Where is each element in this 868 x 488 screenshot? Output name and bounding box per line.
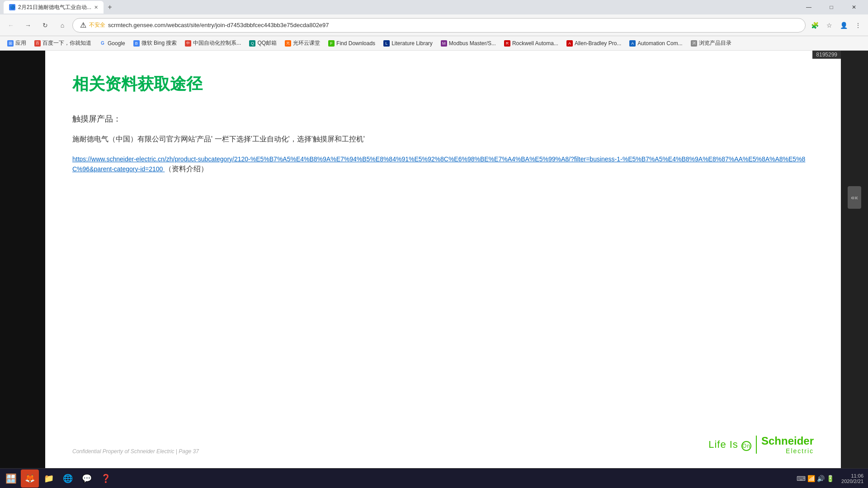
address-input[interactable]: ⚠ 不安全 scrmtech.gensee.com/webcast/site/e… xyxy=(72,18,806,33)
bookmark-browse[interactable]: 浏 浏览产品目录 xyxy=(687,38,735,48)
schneider-electric-text: Electric xyxy=(786,447,814,455)
collapse-button[interactable]: «« xyxy=(848,186,861,209)
browser-taskbar-icon: 🦊 xyxy=(25,474,35,483)
bookmark-guanghuan[interactable]: 光 光环云课堂 xyxy=(281,38,324,48)
taskbar-clock[interactable]: 11:06 2020/2/21 xyxy=(839,473,866,484)
bookmark-apps[interactable]: ⊞ 应用 xyxy=(4,38,30,48)
active-tab[interactable]: 🔵 2月21日施耐德电气工业自动... ✕ xyxy=(4,1,104,14)
url-text: scrmtech.gensee.com/webcast/site/entry/j… xyxy=(108,22,329,28)
clock-date: 2020/2/21 xyxy=(841,479,863,484)
browse-icon: 浏 xyxy=(691,40,697,47)
link-note: （资料介绍） xyxy=(165,165,208,173)
schneider-logo: Schneider Electric xyxy=(761,435,814,455)
find-downloads-icon: F xyxy=(328,40,335,47)
title-bar: 🔵 2月21日施耐德电气工业自动... ✕ + — □ ✕ xyxy=(0,0,868,14)
bookmark-zhongzi[interactable]: 中 中国自动化控制系... xyxy=(181,38,245,48)
brand-divider xyxy=(756,436,757,454)
bookmark-browse-label: 浏览产品目录 xyxy=(699,39,731,47)
tab-favicon: 🔵 xyxy=(9,4,15,10)
bookmark-rockwell[interactable]: R Rockwell Automa... xyxy=(500,39,562,47)
webpage: 8195299 相关资料获取途径 触摸屏产品： 施耐德电气（中国）有限公司官方网… xyxy=(45,51,841,468)
bookmark-literature[interactable]: L Literature Library xyxy=(380,39,436,47)
tab-label: 2月21日施耐德电气工业自动... xyxy=(18,4,91,11)
extensions-icon[interactable]: 🧩 xyxy=(808,19,821,32)
new-tab-button[interactable]: + xyxy=(104,1,116,14)
bookmark-allen[interactable]: A Allen-Bradley Pro... xyxy=(563,39,625,47)
bookmark-modbus[interactable]: M Modbus Master/S... xyxy=(437,39,500,47)
bookmark-guanghuan-label: 光环云课堂 xyxy=(293,39,320,47)
menu-icon[interactable]: ⋮ xyxy=(852,19,864,32)
slide-footer: Confidential Property of Schneider Elect… xyxy=(72,435,814,455)
bookmark-find-downloads[interactable]: F Find Downloads xyxy=(325,39,379,47)
bookmark-literature-label: Literature Library xyxy=(392,40,433,47)
literature-icon: L xyxy=(383,40,390,47)
taskbar-browser-item[interactable]: 🦊 xyxy=(21,469,39,488)
section-label: 触摸屏产品： xyxy=(72,113,814,124)
security-label: 不安全 xyxy=(89,21,105,29)
taskbar-explorer-item[interactable]: 📁 xyxy=(40,469,58,488)
security-icon: ⚠ xyxy=(80,21,86,29)
bookmarks-bar: ⊞ 应用 百 百度一下，你就知道 G Google B 微软 Bing 搜索 中… xyxy=(0,36,868,51)
minimize-button[interactable]: — xyxy=(798,0,819,14)
clock-time: 11:06 xyxy=(851,473,863,479)
bookmark-google[interactable]: G Google xyxy=(96,39,129,47)
bookmark-baidu[interactable]: 百 百度一下，你就知道 xyxy=(31,38,95,48)
tab-bar: 🔵 2月21日施耐德电气工业自动... ✕ + xyxy=(4,1,798,14)
baidu-icon: 百 xyxy=(34,40,41,47)
browser-window: 🔵 2月21日施耐德电气工业自动... ✕ + — □ ✕ ← → ↻ ⌂ ⚠ … xyxy=(0,0,868,488)
footer-copyright: Confidential Property of Schneider Elect… xyxy=(72,448,199,455)
tray-network-icon[interactable]: 📶 xyxy=(807,475,815,482)
google-icon: G xyxy=(99,40,106,47)
bookmark-star-icon[interactable]: ☆ xyxy=(823,19,835,32)
tray-battery-icon[interactable]: 🔋 xyxy=(826,475,834,482)
bookmark-google-label: Google xyxy=(108,40,125,47)
taskbar-chat-item[interactable]: 💬 xyxy=(78,469,96,488)
back-button[interactable]: ← xyxy=(4,18,18,33)
schneider-name: Schneider xyxy=(761,435,814,447)
bookmark-allen-label: Allen-Bradley Pro... xyxy=(575,40,621,47)
user-icon[interactable]: 👤 xyxy=(837,19,850,32)
taskbar-ie-item[interactable]: 🌐 xyxy=(59,469,77,488)
bookmark-rockwell-label: Rockwell Automa... xyxy=(512,40,558,47)
home-button[interactable]: ⌂ xyxy=(55,18,70,33)
close-button[interactable]: ✕ xyxy=(844,0,864,14)
bookmark-qqmail-label: QQ邮箱 xyxy=(257,39,277,47)
automation-icon: A xyxy=(629,40,636,47)
bookmark-zhongzi-label: 中国自动化控制系... xyxy=(193,39,241,47)
window-controls: — □ ✕ xyxy=(798,0,864,14)
forward-button[interactable]: → xyxy=(21,18,35,33)
slide-title: 相关资料获取途径 xyxy=(72,73,814,95)
tray-keyboard-icon[interactable]: ⌨ xyxy=(797,475,806,482)
help-icon: ❓ xyxy=(101,474,111,483)
bookmark-qqmail[interactable]: Q QQ邮箱 xyxy=(245,38,280,48)
modbus-icon: M xyxy=(441,40,447,47)
tray-sound-icon[interactable]: 🔊 xyxy=(817,475,825,482)
bookmark-apps-label: 应用 xyxy=(15,39,26,47)
bookmark-automation-label: Automation Com... xyxy=(637,40,682,47)
footer-brand-area: Life Is On Schneider Electric xyxy=(708,435,814,455)
bing-icon: B xyxy=(133,40,140,47)
bookmark-bing-label: 微软 Bing 搜索 xyxy=(142,39,177,47)
maximize-button[interactable]: □ xyxy=(821,0,842,14)
rockwell-icon: R xyxy=(504,40,510,47)
right-panel: «« xyxy=(841,51,868,468)
apps-icon: ⊞ xyxy=(7,40,14,47)
system-tray: ⌨ 📶 🔊 🔋 xyxy=(793,475,838,482)
ie-icon: 🌐 xyxy=(63,474,73,483)
explorer-icon: 📁 xyxy=(44,474,54,483)
zhongzi-icon: 中 xyxy=(185,40,191,47)
address-bar: ← → ↻ ⌂ ⚠ 不安全 scrmtech.gensee.com/webcas… xyxy=(0,14,868,36)
tab-close-button[interactable]: ✕ xyxy=(94,5,98,10)
taskbar: 🪟 🦊 📁 🌐 💬 ❓ ⌨ 📶 🔊 🔋 11:06 2020/2/21 xyxy=(0,468,868,488)
slide-content: 相关资料获取途径 触摸屏产品： 施耐德电气（中国）有限公司官方网站'产品' 一栏… xyxy=(45,51,841,468)
life-is-on-text: Life Is On xyxy=(708,439,751,451)
taskbar-help-item[interactable]: ❓ xyxy=(97,469,115,488)
bookmark-baidu-label: 百度一下，你就知道 xyxy=(42,39,91,47)
allen-icon: A xyxy=(566,40,573,47)
reload-button[interactable]: ↻ xyxy=(38,18,52,33)
bookmark-bing[interactable]: B 微软 Bing 搜索 xyxy=(130,38,181,48)
bookmark-automation[interactable]: A Automation Com... xyxy=(626,39,686,47)
start-button[interactable]: 🪟 xyxy=(2,469,20,488)
bookmark-modbus-label: Modbus Master/S... xyxy=(449,40,496,47)
on-circle: On xyxy=(741,441,751,451)
